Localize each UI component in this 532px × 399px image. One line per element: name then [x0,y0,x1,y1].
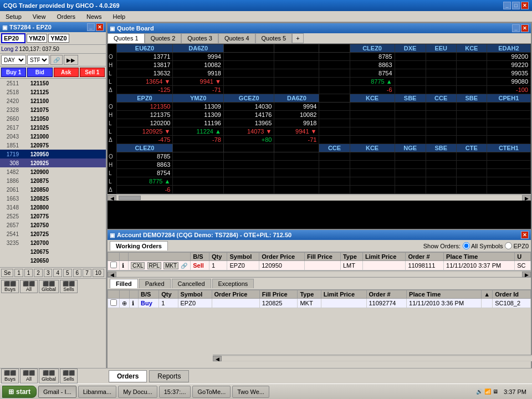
cancelled-tab[interactable]: Cancelled [172,279,211,288]
scroll-track-3[interactable] [222,356,532,361]
qty-3[interactable]: 3 [44,269,53,277]
scroll-left[interactable]: ◀ [108,195,116,201]
position-label: Long 2 [1,46,18,52]
menu-news[interactable]: News [83,12,105,21]
qty-1a[interactable]: 1 [14,269,23,277]
maximize-button[interactable]: □ [512,2,520,9]
start-button[interactable]: ⊞ start [2,386,37,398]
cancel-buys-btn[interactable]: ⬛⬛ Buys [1,369,19,383]
parked-tab[interactable]: Parked [139,279,171,288]
filled-hscroll[interactable]: ◀ ▶ [213,355,532,361]
scroll-right[interactable]: ▶ [522,195,531,201]
filled-row-expand[interactable]: ⊕ [120,299,130,308]
filled-tab[interactable]: Filled [110,279,138,288]
menu-help[interactable]: Help [110,12,129,21]
menu-orders[interactable]: Orders [53,12,79,21]
qty-4[interactable]: 4 [53,269,62,277]
filled-row-check[interactable] [108,299,120,308]
global-button[interactable]: ⬛⬛ Global [39,280,59,293]
working-row-info[interactable]: ℹ [120,261,129,270]
rpl-button[interactable]: RPL [147,262,161,269]
filled-row-place-time: 11/11/2010 3:36 PM [407,299,482,308]
ts-window-controls: _ □ ✕ [503,2,529,9]
orders-tab[interactable]: Orders [109,370,147,382]
qty-se[interactable]: Se [1,269,13,277]
next-button[interactable]: ▶▶ [64,55,78,65]
working-orders-hscroll[interactable]: ◀ ▶ [108,270,531,277]
scroll-thumb[interactable] [119,196,141,200]
taskbar-item-2[interactable]: My Docu... [118,386,157,398]
cancel-global-btn[interactable]: ⬛⬛ Global [39,369,59,383]
close-button[interactable]: ✕ [521,2,529,9]
quote-close[interactable]: ✕ [521,24,529,32]
quotes-tab-3[interactable]: Quotes 3 [181,33,218,43]
bid-button[interactable]: Bid [27,68,52,77]
symbol-display[interactable]: EP20 [1,33,25,43]
cancel-all-btn[interactable]: ⬛⬛ All [20,369,38,383]
link-button[interactable]: 🔗 [50,55,63,65]
working-row-check[interactable] [108,261,120,270]
period-select[interactable]: DAY [1,55,26,65]
all-button[interactable]: ⬛⬛ All [20,280,38,293]
quote-hscroll[interactable]: ◀ ▶ [108,194,531,201]
working-row-status: SC [515,261,531,270]
quotes-tab-2[interactable]: Quotes 2 [145,33,182,43]
sym-da6z0: DA6Z0 [173,44,224,53]
all-symbols-radio[interactable] [463,242,470,249]
quotes-tab-add[interactable]: + [292,33,303,43]
mkt-button[interactable]: MKT [163,262,178,269]
quotes-tab-4[interactable]: Quotes 4 [218,33,255,43]
ladder-close[interactable]: ✕ [96,23,104,31]
filled-row-info[interactable]: ℹ [130,299,139,308]
menu-view[interactable]: View [29,12,49,21]
qty-6[interactable]: 6 [73,269,82,277]
ask-button[interactable]: Ask [54,68,79,77]
taskbar-item-0[interactable]: Gmail - I... [38,386,76,398]
reports-tab[interactable]: Reports [149,370,189,382]
sym-epz0: EPZ0 [116,94,173,103]
all-symbols-radio-label[interactable]: All Symbols [463,242,503,249]
taskbar-item-5[interactable]: Two We... [232,386,269,398]
symbol-ym2[interactable]: YMZ0 [48,34,69,43]
working-row-fill-price [304,261,340,270]
qty-10[interactable]: 10 [93,269,104,277]
minimize-button[interactable]: _ [503,2,511,9]
sell-button[interactable]: Sell 1 [80,68,105,77]
buy-button[interactable]: Buy 1 [1,68,26,77]
menu-setup[interactable]: Setup [2,12,25,21]
quotes-tab-5[interactable]: Quotes 5 [255,33,293,43]
qty-5[interactable]: 5 [63,269,72,277]
exceptions-tab[interactable]: Exceptions [212,279,254,288]
buys-button[interactable]: ⬛⬛ Buys [1,280,19,293]
scroll-left-3[interactable]: ◀ [213,356,222,361]
qty-2[interactable]: 2 [34,269,43,277]
account-close[interactable]: ✕ [521,231,529,239]
epz0-radio[interactable] [505,242,512,249]
start-label: start [16,388,30,396]
taskbar-item-3[interactable]: 15:37:... [159,386,191,398]
col-info [120,253,129,261]
col-actions [129,253,191,261]
ladder-minimize[interactable]: _ [87,23,95,31]
taskbar-item-1[interactable]: Libanma... [78,386,116,398]
scroll-right-2[interactable]: ▶ [522,272,531,277]
col-fill-price-w: Fill Price [304,253,340,261]
qty-7[interactable]: 7 [83,269,91,277]
cxl-button[interactable]: CXL [131,262,145,269]
sym-kce-r3: KCE [350,144,395,152]
scroll-track[interactable] [116,196,522,200]
epz0-radio-label[interactable]: EPZ0 [505,242,529,249]
qty-1b[interactable]: 1 [24,269,33,277]
symbol-ym[interactable]: YMZ0 [27,34,47,43]
cancel-sells-btn[interactable]: ⬛⬛ Sells [60,369,78,383]
working-orders-tab[interactable]: Working Orders [110,241,168,250]
taskbar-item-4[interactable]: GoToMe... [192,386,231,398]
sells-button[interactable]: ⬛⬛ Sells [60,280,78,293]
scroll-track-2[interactable] [116,272,522,277]
quote-minimize[interactable]: _ [512,24,520,32]
order-type-select[interactable]: STP [27,55,49,65]
working-row-place-time: 11/11/2010 3:37 PM [444,261,515,270]
sym-sbe-r2a: SBE [395,94,426,103]
scroll-left-2[interactable]: ◀ [108,272,116,277]
quotes-tab-1[interactable]: Quotes 1 [108,33,145,43]
